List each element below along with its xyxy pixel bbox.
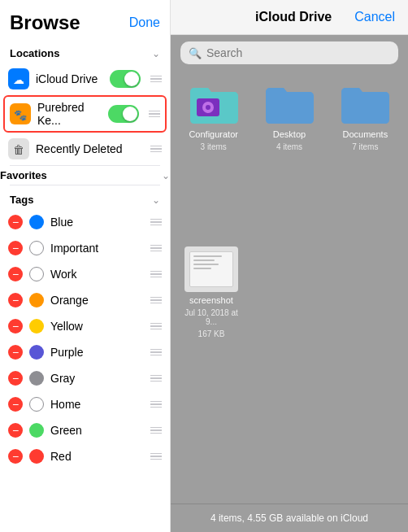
tag-drag-handle (150, 401, 162, 408)
svg-text:🗑: 🗑 (13, 143, 24, 156)
tag-item[interactable]: −Home (0, 391, 170, 417)
tag-remove-button[interactable]: − (8, 423, 23, 438)
screenshot-area: screenshot Jul 10, 2018 at 9... 167 KB (171, 246, 408, 348)
tag-label: Gray (50, 372, 141, 385)
folder-icon-desktop (263, 81, 316, 126)
tag-drag-handle (150, 349, 162, 356)
icloud-drive-item[interactable]: ☁ iCloud Drive (0, 63, 170, 95)
tag-label: Important (50, 242, 141, 255)
tag-color-dot (29, 267, 44, 281)
screenshot-item[interactable]: screenshot Jul 10, 2018 at 9... 167 KB (180, 246, 242, 338)
tag-label: Yellow (50, 320, 141, 333)
browse-title: Browse (10, 11, 80, 34)
tag-label: Red (50, 450, 141, 463)
tag-label: Green (50, 424, 141, 437)
icloud-drive-title: iCloud Drive (232, 10, 354, 24)
tag-color-dot (29, 423, 44, 438)
svg-text:☁: ☁ (13, 73, 24, 86)
icloud-toggle[interactable] (110, 70, 141, 88)
icloud-icon: ☁ (8, 68, 29, 89)
favorites-chevron-icon: ⌄ (162, 170, 170, 181)
tag-remove-button[interactable]: − (8, 345, 23, 360)
folder-icon-documents (338, 81, 392, 126)
locations-title: Locations (10, 47, 59, 59)
tag-item[interactable]: −Yellow (0, 313, 170, 339)
tag-item[interactable]: −Red (0, 443, 170, 469)
tag-label: Work (50, 268, 141, 281)
favorites-title: Favorites (0, 169, 47, 181)
tag-item[interactable]: −Green (0, 417, 170, 443)
tag-remove-button[interactable]: − (8, 397, 23, 412)
tag-remove-button[interactable]: − (8, 241, 23, 255)
favorites-header: Favorites ⌄ (0, 166, 170, 185)
tag-item[interactable]: −Purple (0, 339, 170, 365)
tag-drag-handle (150, 453, 162, 460)
tag-color-dot (29, 397, 44, 412)
right-panel: iCloud Drive Cancel 🔍 Configurator 3 ite… (171, 0, 408, 532)
tags-title: Tags (10, 194, 33, 206)
purebred-toggle[interactable] (108, 105, 139, 123)
tag-item[interactable]: −Blue (0, 209, 170, 235)
tag-remove-button[interactable]: − (8, 293, 23, 307)
deleted-drag-handle (150, 146, 162, 153)
file-item-configurator[interactable]: Configurator 3 items (180, 81, 246, 237)
file-item-documents[interactable]: Documents 7 items (332, 81, 398, 237)
tag-label: Home (50, 398, 141, 411)
screenshot-size: 167 KB (198, 329, 225, 338)
tag-remove-button[interactable]: − (8, 267, 23, 281)
left-panel: Browse Done Locations ⌄ ☁ iCloud Drive 🐾 (0, 0, 171, 532)
file-name-documents: Documents (343, 129, 388, 139)
tag-item[interactable]: −Work (0, 261, 170, 287)
icloud-drag-handle (150, 76, 162, 83)
tag-remove-button[interactable]: − (8, 449, 23, 464)
tag-remove-button[interactable]: − (8, 319, 23, 334)
right-header: iCloud Drive Cancel (171, 0, 408, 35)
tag-drag-handle (150, 245, 162, 252)
tag-item[interactable]: −Important (0, 235, 170, 261)
file-name-desktop: Desktop (273, 129, 306, 139)
svg-point-8 (206, 105, 211, 110)
icloud-label: iCloud Drive (36, 72, 103, 85)
cancel-button[interactable]: Cancel (354, 10, 395, 24)
recently-deleted-label: Recently Deleted (36, 142, 141, 155)
svg-text:🐾: 🐾 (14, 108, 28, 122)
tag-item[interactable]: −Gray (0, 365, 170, 391)
tag-remove-button[interactable]: − (8, 371, 23, 386)
tag-drag-handle (150, 323, 162, 330)
locations-chevron-icon: ⌄ (152, 48, 160, 59)
search-bar[interactable]: 🔍 (180, 41, 398, 64)
purebred-icon: 🐾 (10, 103, 31, 124)
recently-deleted-item[interactable]: 🗑 Recently Deleted (0, 133, 170, 165)
tag-color-dot (29, 319, 44, 334)
tag-color-dot (29, 345, 44, 360)
tags-chevron-icon: ⌄ (152, 194, 160, 206)
file-meta-desktop: 4 items (276, 142, 302, 151)
file-meta-configurator: 3 items (201, 142, 227, 151)
tag-label: Blue (50, 216, 141, 229)
screenshot-name: screenshot (189, 295, 233, 305)
tag-color-dot (29, 293, 44, 307)
tag-drag-handle (150, 219, 162, 226)
screenshot-meta: Jul 10, 2018 at 9... (180, 308, 242, 326)
files-grid: Configurator 3 items Desktop 4 items Doc… (171, 71, 408, 246)
status-bar: 4 items, 4.55 GB available on iCloud (171, 504, 408, 532)
tag-color-dot (29, 215, 44, 229)
tag-color-dot (29, 241, 44, 255)
tag-drag-handle (150, 375, 162, 382)
file-name-configurator: Configurator (189, 129, 238, 139)
tag-label: Purple (50, 346, 141, 359)
purebred-item[interactable]: 🐾 Purebred Ke... (3, 95, 167, 133)
file-item-desktop[interactable]: Desktop 4 items (256, 81, 322, 237)
tag-item[interactable]: −Orange (0, 287, 170, 313)
locations-header: Locations ⌄ (0, 39, 170, 63)
tag-remove-button[interactable]: − (8, 215, 23, 229)
tag-color-dot (29, 371, 44, 386)
tag-color-dot (29, 449, 44, 464)
trash-icon: 🗑 (8, 138, 29, 159)
search-input[interactable] (206, 46, 390, 59)
purebred-label: Purebred Ke... (37, 101, 102, 127)
done-button[interactable]: Done (129, 15, 160, 30)
folder-icon-configurator (187, 81, 241, 126)
screenshot-thumbnail (184, 246, 238, 292)
tag-drag-handle (150, 427, 162, 434)
